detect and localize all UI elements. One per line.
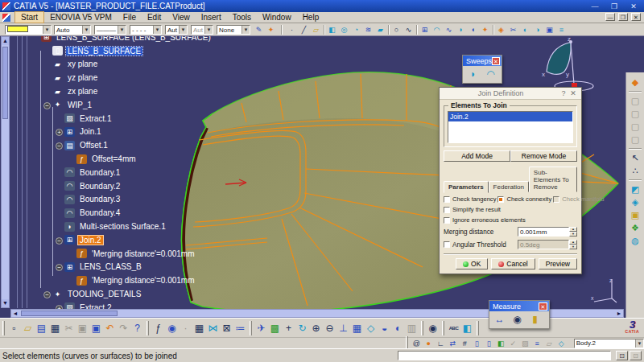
help-icon[interactable]: ? (559, 89, 568, 97)
checkbox-box[interactable] (497, 196, 504, 203)
extrude-tool-icon[interactable]: ◩ (629, 183, 642, 195)
tree-node[interactable]: ▰ yz plane (11, 71, 430, 84)
mdi-button[interactable]: ❐ (618, 13, 628, 21)
tree-node[interactable]: ƒ 'Merging distance'=0.001mm (11, 247, 430, 261)
sweep-icon[interactable]: ◗ (465, 68, 481, 81)
tree-expander[interactable]: − (56, 262, 64, 271)
parameters-icon[interactable]: ≔ (233, 321, 247, 335)
tree-node[interactable]: ◠ Boundary.2 (11, 179, 430, 193)
scroll-left-arrow[interactable]: ◄ (11, 310, 19, 317)
boundary-icon[interactable]: ✦ (479, 25, 491, 35)
adaptive-sweep-icon[interactable]: ◠ (483, 68, 498, 81)
checkbox[interactable]: Check manifold (553, 195, 604, 203)
tree-node[interactable]: − ⊞ Join.2 (11, 233, 430, 247)
plane-icon[interactable]: ▱ (310, 25, 322, 35)
open-icon[interactable]: ▱ (21, 321, 35, 335)
comment-icon[interactable]: ◉ (165, 321, 179, 335)
checkbox[interactable]: Ignore erroneous elements (444, 216, 526, 224)
plane-disabled-icon[interactable]: ▱ (543, 339, 555, 348)
knowledge-ball-icon[interactable]: ● (423, 339, 435, 348)
redo-icon[interactable]: ↷ (117, 321, 130, 335)
stack-icon[interactable]: ≡ (531, 339, 543, 348)
curve-smooth-icon[interactable]: ∿ (443, 25, 455, 35)
untrim-icon[interactable]: ◗ (455, 25, 467, 35)
merging-distance-input[interactable]: 0.001mm (518, 227, 569, 237)
fill-color-combo[interactable]: ▼ (5, 25, 52, 35)
tree-vertical-scrollbar[interactable]: ▲ ▼ (1, 36, 10, 308)
scroll-right-arrow[interactable]: ► (615, 310, 623, 317)
multi-view-icon[interactable]: ▦ (350, 321, 364, 335)
design-table-icon[interactable]: ▦ (192, 321, 206, 335)
tree-node[interactable]: ƒ 'Merging distance'=0.001mm (11, 274, 430, 287)
disassemble-icon[interactable]: ◖ (467, 25, 479, 35)
tree-node[interactable]: ▨ Extract.1 (11, 112, 430, 125)
tree-node[interactable]: − ✦ WIP_1 (11, 98, 430, 112)
pan-icon[interactable]: + (282, 321, 295, 335)
power-input-field[interactable] (398, 351, 611, 360)
rotate-icon[interactable]: ↻ (295, 321, 309, 335)
menu-item[interactable]: Help (297, 12, 325, 23)
dialog-tab[interactable]: Sub-Elements To Remove (529, 167, 577, 192)
sphere-icon[interactable]: ◔ (350, 25, 362, 35)
spline-icon[interactable]: ∿ (402, 25, 415, 35)
menu-item[interactable]: Insert (196, 12, 227, 23)
hide-show-icon[interactable]: ◐ (391, 321, 405, 335)
cancel-button[interactable]: Cancel (491, 258, 535, 269)
tool-disabled-icon[interactable]: ▢ (629, 107, 642, 120)
tree-node[interactable]: ▰ zx plane (11, 84, 430, 98)
graphic-combo[interactable]: Auto▼ (54, 25, 91, 35)
whats-this-icon[interactable]: ? (130, 321, 144, 335)
save-icon[interactable]: ▤ (35, 321, 48, 335)
tree-expander[interactable]: + (56, 127, 64, 136)
tree-expander[interactable]: − (43, 290, 52, 298)
close-button[interactable]: ✕ (628, 2, 639, 10)
tree-node[interactable]: ▰ xy plane (11, 58, 430, 72)
mdi-button[interactable]: ✕ (631, 13, 641, 21)
cut-icon[interactable]: ✂ (62, 321, 76, 335)
exchange-icon[interactable]: ⇄ (447, 339, 459, 348)
catalog-icon[interactable]: @ (411, 339, 423, 348)
revolve-icon[interactable]: ◎ (338, 25, 350, 35)
elements-list[interactable]: Join.2 (448, 111, 573, 143)
join-icon[interactable]: ⊞ (419, 25, 431, 35)
power-input-icon[interactable]: ⊡ (616, 351, 628, 360)
copy-graphic-properties-icon[interactable]: ✎ (253, 25, 265, 35)
tree-expander[interactable]: − (56, 141, 64, 150)
mode-button[interactable]: Remove Mode (510, 150, 577, 162)
tree-node[interactable]: ◠ Boundary.3 (11, 193, 430, 207)
select-cursor-icon[interactable]: ↖ (629, 151, 642, 164)
graphic-combo[interactable]: - - - -▼ (130, 25, 162, 35)
extrapolate-icon[interactable]: ◐ (519, 25, 531, 35)
checkbox[interactable]: Check connexity (497, 195, 551, 203)
fill-icon[interactable]: ▰ (374, 25, 386, 35)
body-combo[interactable]: Body.2▼ (574, 339, 644, 348)
formula-icon[interactable]: ƒ (151, 321, 165, 335)
annotation-icon[interactable]: ABC (447, 321, 460, 335)
tool-disabled-icon[interactable]: ▢ (629, 133, 642, 146)
work-on-support-icon[interactable]: # (459, 339, 471, 348)
pocket-icon[interactable]: ▯ (483, 339, 495, 348)
tool-disabled-icon[interactable]: ▢ (629, 120, 642, 133)
graphic-wizard-icon[interactable]: ✦ (265, 25, 277, 35)
relations-icon[interactable]: ⋈ (206, 321, 220, 335)
fly-mode-icon[interactable]: ✈ (254, 321, 268, 335)
line-icon[interactable]: ╱ (298, 25, 310, 35)
check-icon[interactable]: · (179, 321, 192, 335)
dialog-tab[interactable]: Parameters (444, 181, 489, 193)
tree-node[interactable]: − ⊞ LENS_CLASS_B (11, 261, 430, 274)
cube-icon[interactable]: ◧ (495, 339, 507, 348)
transform-icon[interactable]: ▣ (543, 25, 555, 35)
offset-surface-icon[interactable]: ◑ (531, 25, 543, 35)
extrude-icon[interactable]: ◧ (326, 25, 338, 35)
menu-item[interactable]: View (167, 12, 196, 23)
print-icon[interactable]: ▦ (48, 321, 62, 335)
blend-tool-icon[interactable]: ◍ (629, 234, 642, 247)
healing-icon[interactable]: ◠ (431, 25, 443, 35)
axis-system-icon[interactable]: ∟ (435, 339, 447, 348)
preview-button[interactable]: Preview (539, 258, 577, 269)
symmetry-icon[interactable]: ≡ (555, 25, 568, 35)
insert-body-icon[interactable]: ◇ (555, 339, 568, 348)
tree-node[interactable]: + ⊞ Join.1 (11, 125, 430, 139)
swap-visible-space-icon[interactable]: ▥ (405, 321, 419, 335)
undo-icon[interactable]: ↶ (103, 321, 117, 335)
